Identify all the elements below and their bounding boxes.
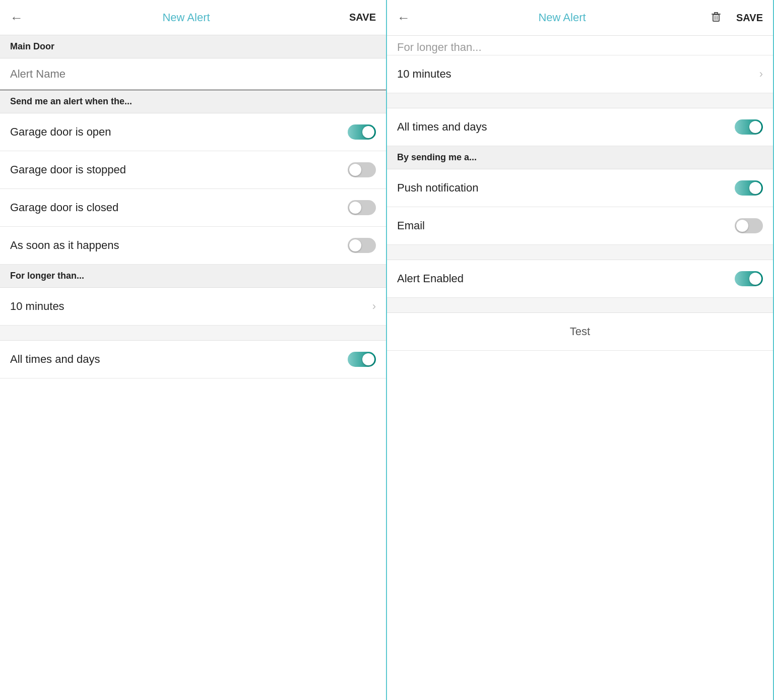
right-all-times-row: All times and days <box>387 108 773 146</box>
test-row[interactable]: Test <box>387 313 773 351</box>
right-all-times-label: All times and days <box>397 120 487 134</box>
alert-enabled-row: Alert Enabled <box>387 260 773 298</box>
right-all-times-toggle[interactable] <box>735 119 763 135</box>
right-save-button[interactable]: SAVE <box>736 12 763 24</box>
garage-closed-toggle[interactable] <box>348 200 376 215</box>
trash-icon[interactable] <box>709 9 723 26</box>
right-duration-row[interactable]: 10 minutes › <box>387 55 773 93</box>
spacer <box>387 298 773 313</box>
garage-open-toggle[interactable] <box>348 124 376 140</box>
as-soon-toggle[interactable] <box>348 238 376 253</box>
truncated-label: For longer than... <box>397 41 482 53</box>
left-back-button[interactable]: ← <box>10 11 23 24</box>
toggle-knob <box>362 353 374 365</box>
garage-open-label: Garage door is open <box>10 125 111 139</box>
duration-label: 10 minutes <box>10 300 64 313</box>
toggle-knob <box>749 273 761 285</box>
duration-row[interactable]: 10 minutes › <box>0 288 386 326</box>
toggle-knob <box>349 164 361 176</box>
left-header: ← New Alert SAVE <box>0 0 386 35</box>
email-row: Email <box>387 207 773 245</box>
spacer <box>387 93 773 108</box>
spacer <box>0 326 386 341</box>
sending-section-header: By sending me a... <box>387 146 773 169</box>
push-notification-row: Push notification <box>387 169 773 207</box>
chevron-right-icon: › <box>759 68 763 81</box>
right-duration-label: 10 minutes <box>397 68 452 81</box>
list-item: Garage door is closed <box>0 189 386 227</box>
garage-stopped-label: Garage door is stopped <box>10 163 126 176</box>
svg-rect-0 <box>713 15 719 21</box>
longer-section-header: For longer than... <box>0 265 386 288</box>
all-times-label: All times and days <box>10 353 100 366</box>
when-section-header: Send me an alert when the... <box>0 90 386 113</box>
email-toggle[interactable] <box>735 218 763 233</box>
spacer <box>387 245 773 260</box>
test-label: Test <box>570 325 590 338</box>
push-notification-toggle[interactable] <box>735 180 763 196</box>
alert-name-input[interactable] <box>10 68 376 81</box>
toggle-knob <box>749 121 761 133</box>
device-name-header: Main Door <box>0 35 386 58</box>
toggle-knob <box>349 239 361 251</box>
left-panel: ← New Alert SAVE Main Door Send me an al… <box>0 0 387 700</box>
email-label: Email <box>397 219 425 232</box>
garage-stopped-toggle[interactable] <box>348 162 376 177</box>
as-soon-label: As soon as it happens <box>10 239 119 252</box>
toggle-knob <box>349 202 361 214</box>
alert-enabled-toggle[interactable] <box>735 271 763 286</box>
alert-enabled-label: Alert Enabled <box>397 272 464 285</box>
all-times-row: All times and days <box>0 341 386 378</box>
right-header: ← New Alert SAVE <box>387 0 773 36</box>
toggle-knob <box>362 126 374 138</box>
alert-name-row <box>0 58 386 90</box>
list-item: As soon as it happens <box>0 227 386 265</box>
right-back-button[interactable]: ← <box>397 11 410 24</box>
push-notification-label: Push notification <box>397 181 478 195</box>
left-save-button[interactable]: SAVE <box>349 12 376 23</box>
left-header-title: New Alert <box>28 11 344 24</box>
chevron-right-icon: › <box>372 300 376 313</box>
list-item: Garage door is open <box>0 113 386 151</box>
list-item: Garage door is stopped <box>0 151 386 189</box>
right-header-title: New Alert <box>415 11 709 24</box>
garage-closed-label: Garage door is closed <box>10 201 118 214</box>
all-times-toggle[interactable] <box>348 352 376 367</box>
truncated-label-row: For longer than... <box>387 36 773 55</box>
toggle-knob <box>749 182 761 194</box>
toggle-knob <box>736 220 748 232</box>
right-panel: ← New Alert SAVE For longer than... 10 m… <box>387 0 774 700</box>
